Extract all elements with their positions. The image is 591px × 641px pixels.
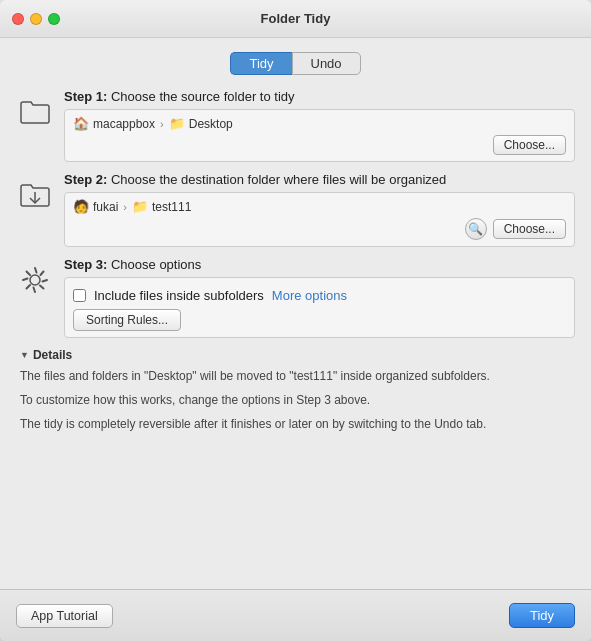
step1-choose-button[interactable]: Choose... xyxy=(493,135,566,155)
traffic-lights xyxy=(12,13,60,25)
step2-separator: › xyxy=(123,201,127,213)
details-paragraph-3: The tidy is completely reversible after … xyxy=(20,415,575,433)
sorting-rules-button[interactable]: Sorting Rules... xyxy=(73,309,181,331)
main-content: Tidy Undo Step 1: Choose the source fold… xyxy=(0,38,591,451)
step2-path: 🧑 fukai › 📁 test111 xyxy=(73,199,566,214)
details-paragraph-1: The files and folders in "Desktop" will … xyxy=(20,367,575,385)
step2-home-icon: 🧑 xyxy=(73,199,89,214)
step1-choose-row: Choose... xyxy=(73,135,566,155)
details-content: The files and folders in "Desktop" will … xyxy=(20,367,575,433)
svg-point-1 xyxy=(30,275,40,285)
step2-box: 🧑 fukai › 📁 test111 🔍 Choose... xyxy=(64,192,575,247)
details-section: ▼ Details The files and folders in "Desk… xyxy=(16,348,575,439)
subfolders-checkbox[interactable] xyxy=(73,289,86,302)
step1-icon xyxy=(16,93,54,131)
step1-section: Step 1: Choose the source folder to tidy… xyxy=(16,89,575,162)
title-bar: Folder Tidy xyxy=(0,0,591,38)
details-triangle-icon: ▼ xyxy=(20,350,29,360)
tab-undo[interactable]: Undo xyxy=(292,52,361,75)
window-title: Folder Tidy xyxy=(261,11,331,26)
step3-body: Step 3: Choose options Include files ins… xyxy=(64,257,575,338)
minimize-button[interactable] xyxy=(30,13,42,25)
details-paragraph-2: To customize how this works, change the … xyxy=(20,391,575,409)
subfolders-label: Include files inside subfolders xyxy=(94,288,264,303)
step2-choose-button[interactable]: Choose... xyxy=(493,219,566,239)
step3-box: Include files inside subfolders More opt… xyxy=(64,277,575,338)
step2-icon xyxy=(16,176,54,214)
step2-folder-icon: 📁 xyxy=(132,199,148,214)
step2-path-part2: test111 xyxy=(152,200,191,214)
details-title: Details xyxy=(33,348,72,362)
folder-download-icon xyxy=(17,177,53,213)
step1-path-part2: Desktop xyxy=(189,117,233,131)
app-tutorial-button[interactable]: App Tutorial xyxy=(16,604,113,628)
maximize-button[interactable] xyxy=(48,13,60,25)
step3-icon xyxy=(16,261,54,299)
step2-body: Step 2: Choose the destination folder wh… xyxy=(64,172,575,247)
main-window: Folder Tidy Tidy Undo Step 1: Choose the… xyxy=(0,0,591,641)
bottom-bar: App Tutorial Tidy xyxy=(0,589,591,641)
step1-path-part1: macappbox xyxy=(93,117,155,131)
step2-section: Step 2: Choose the destination folder wh… xyxy=(16,172,575,247)
search-button[interactable]: 🔍 xyxy=(465,218,487,240)
options-row: Include files inside subfolders More opt… xyxy=(73,288,566,303)
more-options-link[interactable]: More options xyxy=(272,288,347,303)
tidy-action-button[interactable]: Tidy xyxy=(509,603,575,628)
step3-title: Step 3: Choose options xyxy=(64,257,575,272)
step1-box: 🏠 macappbox › 📁 Desktop Choose... xyxy=(64,109,575,162)
step1-path: 🏠 macappbox › 📁 Desktop xyxy=(73,116,566,131)
step1-body: Step 1: Choose the source folder to tidy… xyxy=(64,89,575,162)
home-icon: 🏠 xyxy=(73,116,89,131)
step1-folder-icon: 📁 xyxy=(169,116,185,131)
close-button[interactable] xyxy=(12,13,24,25)
tab-tidy[interactable]: Tidy xyxy=(230,52,291,75)
step2-choose-row: 🔍 Choose... xyxy=(73,218,566,240)
step3-section: Step 3: Choose options Include files ins… xyxy=(16,257,575,338)
step2-path-part1: fukai xyxy=(93,200,118,214)
segmented-control: Tidy Undo xyxy=(16,52,575,75)
gear-icon xyxy=(17,262,53,298)
folder-icon xyxy=(17,94,53,130)
step1-separator: › xyxy=(160,118,164,130)
details-header[interactable]: ▼ Details xyxy=(20,348,575,362)
step1-title: Step 1: Choose the source folder to tidy xyxy=(64,89,575,104)
step2-title: Step 2: Choose the destination folder wh… xyxy=(64,172,575,187)
